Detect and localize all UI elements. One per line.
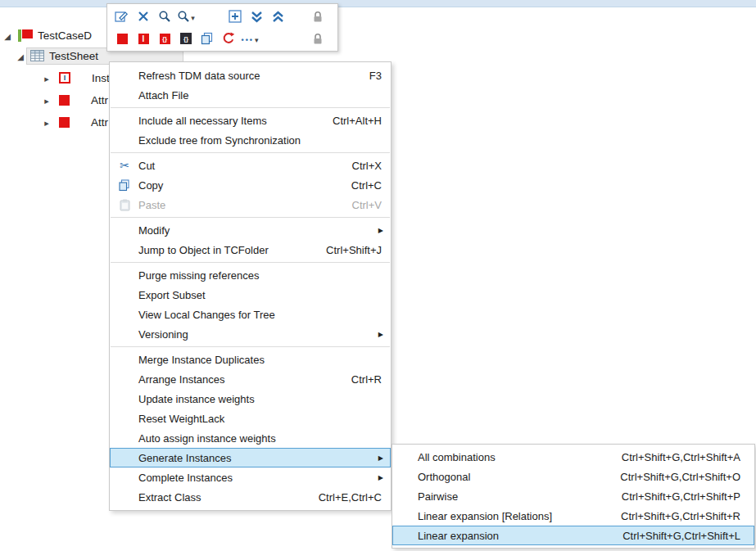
menu-item-complete-instances[interactable]: Complete Instances [110,467,391,487]
application-window: TestCaseD TestSheet I Inst Attr [0,0,756,551]
magnifier-icon [177,10,190,23]
class-braces-button[interactable]: {} [154,29,175,48]
submenu-item-pairwise[interactable]: Pairwise Ctrl+Shift+G,Ctrl+Shift+P [392,486,754,506]
submenu-item-orthogonal[interactable]: Orthogonal Ctrl+Shift+G,Ctrl+Shift+O [392,467,754,486]
tree-label[interactable]: Attr [91,94,108,106]
attribute-icon [59,117,70,128]
expander-closed-icon[interactable] [41,116,52,129]
lock-icon [312,33,324,45]
copy-stack-icon [201,32,214,45]
lock-icon [312,11,324,23]
plus-square-icon [229,10,242,23]
menu-item-generate-instances[interactable]: Generate Instances [110,448,391,467]
instance-button[interactable]: I [133,29,154,48]
chevron-down-icon [190,9,195,24]
pencil-square-icon [115,10,129,23]
menu-item-attach-file[interactable]: Attach File [110,85,391,105]
menu-item-view-local-changes-for-tree[interactable]: View Local Changes for Tree [110,305,391,324]
refresh-icon [222,32,235,45]
menu-item-paste[interactable]: Paste Ctrl+V [110,195,391,215]
toolbar-row-2: I {} {} [111,28,333,49]
search-options-button[interactable] [175,7,197,26]
tree-row-testcase[interactable]: TestCaseD [2,25,92,45]
add-item-button[interactable] [224,7,246,26]
expander-open-icon[interactable] [2,29,13,42]
menu-item-versioning[interactable]: Versioning [110,324,391,344]
collapse-all-button[interactable] [267,7,288,26]
clipboard-icon [120,199,130,211]
menu-item-reset-weightlack[interactable]: Reset WeightLack [110,409,391,428]
menu-item-refresh-tdm-data-source[interactable]: Refresh TDM data source F3 [110,65,391,85]
chevron-down-icon [254,31,259,46]
menu-item-purge-missing-references[interactable]: Purge missing references [110,265,391,285]
menu-item-exclude-tree-from-synchronization[interactable]: Exclude tree from Synchronization [110,130,391,150]
lock-button[interactable] [307,7,328,26]
refresh-button[interactable] [218,29,239,48]
floating-toolbar: I {} {} [106,3,338,52]
menu-item-include-all-necessary-items[interactable]: Include all necessary Items Ctrl+Alt+H [110,111,391,130]
red-braces-icon: {} [160,34,170,44]
scissors-icon [120,159,129,172]
menu-separator [111,262,390,263]
menu-item-cut[interactable]: Cut Ctrl+X [110,156,391,175]
expander-open-icon[interactable] [15,50,26,62]
menu-separator [111,152,390,153]
generate-instances-submenu: All combinations Ctrl+Shift+G,Ctrl+Shift… [392,444,755,549]
ellipsis-icon [242,31,254,46]
menu-item-export-subset[interactable]: Export Subset [110,285,391,305]
submenu-item-linear-expansion[interactable]: Linear expansion Ctrl+Shift+G,Ctrl+Shift… [392,526,754,545]
menu-item-update-instance-weights[interactable]: Update instance weights [110,389,391,409]
tree-label[interactable]: TestSheet [49,50,98,62]
delete-button[interactable] [133,7,154,26]
double-chevron-up-icon [272,11,284,23]
double-chevron-down-icon [251,11,263,23]
tree-label[interactable]: Inst [92,72,110,84]
menu-item-extract-class[interactable]: Extract Class Ctrl+E,Ctrl+C [110,487,391,507]
menu-item-modify[interactable]: Modify [110,220,391,240]
menu-separator [111,217,390,218]
red-i-square-icon: I [138,34,149,44]
menu-item-merge-instance-duplicates[interactable]: Merge Instance Duplicates [110,350,391,369]
menu-item-jump-to-object-in-tcfolder[interactable]: Jump to Object in TCFolder Ctrl+Shift+J [110,240,391,260]
tree-label[interactable]: TestCaseD [38,29,92,42]
tree-row-instance[interactable]: I Inst [41,68,110,88]
menu-separator [111,346,390,347]
tree-row-attribute[interactable]: Attr [41,112,108,132]
expander-closed-icon[interactable] [41,72,52,84]
toolbar-row-1 [111,6,333,27]
instance-icon: I [59,72,70,84]
menu-item-copy[interactable]: Copy Ctrl+C [110,175,391,195]
x-icon [138,11,149,22]
expand-all-button[interactable] [246,7,267,26]
more-options-button[interactable] [239,29,260,48]
search-button[interactable] [154,7,175,26]
tree-label[interactable]: Attr [91,116,108,129]
menu-item-arrange-instances[interactable]: Arrange Instances Ctrl+R [110,369,391,389]
edit-button[interactable] [111,7,133,26]
expander-closed-icon[interactable] [41,94,52,106]
table-icon [30,50,44,61]
red-square-icon [117,34,128,44]
class-braces-dark-button[interactable]: {} [175,29,197,48]
submenu-item-linear-expansion-relations[interactable]: Linear expansion [Relations] Ctrl+Shift+… [392,506,754,526]
magnifier-icon [158,10,171,23]
attribute-icon [59,95,70,106]
submenu-item-all-combinations[interactable]: All combinations Ctrl+Shift+G,Ctrl+Shift… [392,447,754,467]
flag-icon [18,29,33,42]
menu-separator [111,107,390,108]
lock-button[interactable] [307,29,328,48]
menu-item-auto-assign-instance-weights[interactable]: Auto assign instance weights [110,428,391,448]
context-menu: Refresh TDM data source F3 Attach File I… [109,61,392,511]
dark-braces-icon: {} [180,33,192,44]
duplicate-button[interactable] [197,29,218,48]
copy-icon [119,179,130,192]
tree-row-attribute[interactable]: Attr [41,90,108,110]
attribute-button[interactable] [111,29,133,48]
